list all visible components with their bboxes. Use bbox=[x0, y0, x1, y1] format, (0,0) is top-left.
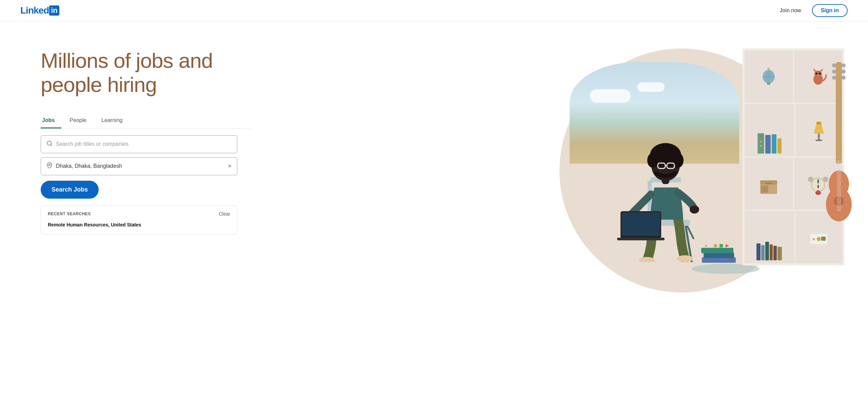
svg-point-12 bbox=[815, 73, 817, 75]
tab-people[interactable]: People bbox=[68, 114, 93, 128]
cloud-2 bbox=[637, 82, 665, 92]
search-tabs: Jobs People Learning bbox=[41, 114, 251, 128]
svg-rect-42 bbox=[770, 244, 773, 260]
svg-point-64 bbox=[842, 76, 846, 80]
job-search-wrapper bbox=[41, 135, 237, 153]
tab-learning[interactable]: Learning bbox=[100, 114, 129, 128]
logo-in-box: in bbox=[49, 5, 59, 16]
books-stack: ✕ bbox=[698, 240, 739, 269]
svg-rect-99 bbox=[704, 253, 734, 258]
svg-point-61 bbox=[832, 76, 836, 80]
svg-rect-33 bbox=[817, 179, 819, 183]
svg-rect-96 bbox=[623, 213, 659, 235]
svg-rect-16 bbox=[758, 133, 764, 154]
shelf-cell-binders bbox=[745, 104, 794, 157]
svg-point-59 bbox=[832, 63, 836, 67]
left-panel: Millions of jobs and people hiring Jobs … bbox=[41, 42, 251, 235]
svg-rect-98 bbox=[702, 257, 736, 263]
join-now-button[interactable]: Join now bbox=[776, 5, 805, 16]
svg-rect-28 bbox=[765, 182, 772, 184]
svg-rect-23 bbox=[815, 140, 822, 141]
sign-in-button[interactable]: Sign in bbox=[812, 4, 848, 17]
svg-point-82 bbox=[677, 255, 693, 262]
cloud-1 bbox=[590, 89, 631, 103]
tab-jobs[interactable]: Jobs bbox=[41, 114, 61, 128]
location-icon bbox=[46, 162, 53, 170]
svg-rect-7 bbox=[767, 83, 770, 85]
svg-rect-22 bbox=[818, 134, 820, 140]
location-input[interactable] bbox=[56, 163, 224, 169]
svg-rect-50 bbox=[836, 62, 842, 164]
svg-rect-39 bbox=[756, 243, 761, 260]
recent-searches-header: RECENT SEARCHES Clear bbox=[48, 211, 230, 217]
svg-rect-40 bbox=[761, 245, 765, 260]
svg-text:✕: ✕ bbox=[705, 244, 707, 248]
search-form: × Search Jobs bbox=[41, 135, 251, 199]
header: Linkedin Join now Sign in bbox=[0, 0, 868, 21]
main-content: Millions of jobs and people hiring Jobs … bbox=[0, 21, 868, 418]
svg-point-2 bbox=[49, 164, 51, 166]
svg-point-13 bbox=[819, 73, 821, 75]
svg-rect-34 bbox=[817, 185, 819, 188]
search-jobs-button[interactable]: Search Jobs bbox=[41, 181, 99, 199]
svg-rect-44 bbox=[777, 247, 782, 260]
header-nav: Join now Sign in bbox=[776, 4, 848, 17]
svg-rect-97 bbox=[617, 238, 665, 240]
svg-point-14 bbox=[817, 75, 820, 76]
svg-point-6 bbox=[767, 68, 770, 70]
shelf-cell-globe bbox=[745, 51, 793, 103]
svg-rect-19 bbox=[765, 135, 771, 154]
recent-search-item[interactable]: Remote Human Resources, United States bbox=[48, 221, 230, 229]
hero-title: Millions of jobs and people hiring bbox=[41, 48, 251, 97]
svg-point-88 bbox=[647, 153, 658, 168]
svg-point-30 bbox=[764, 188, 766, 190]
svg-rect-20 bbox=[772, 134, 776, 154]
svg-point-84 bbox=[690, 205, 699, 214]
svg-point-69 bbox=[835, 197, 843, 205]
svg-marker-10 bbox=[813, 68, 816, 72]
shelf-cell-books-bottom bbox=[745, 211, 794, 263]
svg-rect-103 bbox=[719, 244, 723, 247]
illustration-container: ✕ bbox=[542, 42, 848, 279]
linkedin-logo[interactable]: Linkedin bbox=[20, 5, 59, 16]
svg-point-47 bbox=[817, 237, 821, 241]
svg-point-60 bbox=[832, 69, 836, 74]
svg-rect-21 bbox=[777, 138, 782, 154]
search-icon bbox=[46, 140, 53, 148]
svg-marker-104 bbox=[726, 244, 729, 247]
svg-rect-25 bbox=[816, 122, 821, 124]
svg-text:✕: ✕ bbox=[812, 237, 815, 242]
svg-marker-11 bbox=[820, 68, 823, 72]
svg-point-63 bbox=[842, 69, 846, 74]
guitar bbox=[824, 62, 854, 259]
job-search-input[interactable] bbox=[56, 141, 232, 147]
logo-text: Linked bbox=[20, 5, 49, 16]
svg-line-1 bbox=[51, 144, 52, 145]
svg-point-17 bbox=[760, 141, 762, 143]
illustration-panel: ✕ bbox=[251, 42, 848, 279]
svg-point-35 bbox=[808, 177, 813, 182]
recent-searches-label: RECENT SEARCHES bbox=[48, 212, 91, 216]
clear-location-button[interactable]: × bbox=[228, 163, 232, 169]
svg-point-102 bbox=[714, 244, 717, 247]
clear-recent-button[interactable]: Clear bbox=[219, 211, 230, 217]
svg-point-62 bbox=[842, 63, 846, 67]
svg-marker-24 bbox=[814, 123, 824, 134]
svg-rect-38 bbox=[817, 190, 820, 194]
recent-searches-panel: RECENT SEARCHES Clear Remote Human Resou… bbox=[41, 205, 237, 235]
svg-rect-41 bbox=[765, 242, 769, 260]
location-search-wrapper: × bbox=[41, 157, 237, 175]
svg-point-18 bbox=[760, 145, 762, 147]
svg-rect-100 bbox=[701, 248, 733, 253]
svg-rect-43 bbox=[773, 246, 777, 260]
shelf-cell-box bbox=[745, 158, 793, 210]
